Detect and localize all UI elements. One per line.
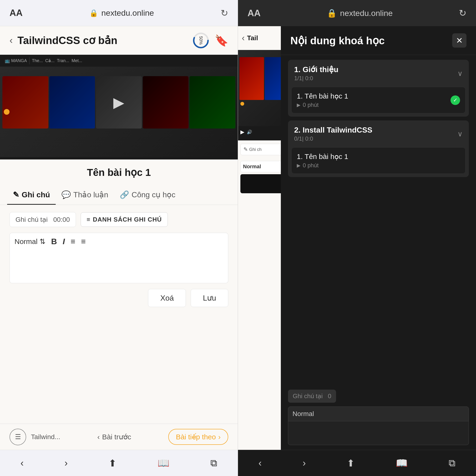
cong-cu-icon: 🔗 <box>120 190 129 199</box>
format-select[interactable]: Normal ⇅ <box>15 237 46 246</box>
note-list-label: DANH SÁCH GHI CHÚ <box>93 216 162 223</box>
ios-back-right[interactable]: ‹ <box>258 458 262 468</box>
chapter-2-meta: 0/1| 0:0 <box>294 136 458 142</box>
ordered-list-button[interactable]: ≡ <box>71 237 75 246</box>
ghi-chu-label: Ghi chú <box>22 190 50 199</box>
lesson-1-1-duration: ▶ 0 phút <box>297 102 451 108</box>
right-editor-area[interactable] <box>288 421 469 445</box>
manga-card-1 <box>2 76 48 129</box>
ios-books-left[interactable]: 📖 <box>157 458 170 469</box>
ios-tabs-right[interactable]: ⧉ <box>449 458 456 469</box>
menu-button[interactable]: ☰ <box>10 429 26 445</box>
note-section: Ghi chú tại 00:00 ≡ DANH SÁCH GHI CHÚ No… <box>0 205 238 424</box>
ios-bar-right: ‹ › ⬆ 📖 ⧉ <box>238 450 476 476</box>
lesson-2-1-duration: ▶ 0 phút <box>297 162 460 169</box>
browser-aa-left: AA <box>10 8 23 18</box>
lesson-1-1-info: 1. Tên bài học 1 ▶ 0 phút <box>297 92 451 108</box>
delete-button[interactable]: Xoá <box>148 289 186 307</box>
action-buttons: Xoá Lưu <box>10 289 228 307</box>
next-lesson-button[interactable]: Bài tiếp theo › <box>168 429 228 445</box>
browser-url-right: 🔒 nextedu.online <box>327 8 393 18</box>
bold-button[interactable]: B <box>51 237 57 246</box>
ios-back-left[interactable]: ‹ <box>20 458 24 468</box>
chapter-2-info: 2. Install TailwindCSS 0/1| 0:0 <box>294 126 458 142</box>
chapter-2: 2. Install TailwindCSS 0/1| 0:0 ∨ 1. Tên… <box>288 120 469 177</box>
ios-share-right[interactable]: ⬆ <box>347 458 355 469</box>
lesson-2-1-name: 1. Tên bài học 1 <box>297 152 460 161</box>
thao-luan-label: Thảo luận <box>73 190 108 199</box>
right-panel: AA 🔒 nextedu.online ↻ ‹ Tail <box>238 0 476 476</box>
progress-container: 50% 🔖 <box>191 31 228 50</box>
browser-bar-right: AA 🔒 nextedu.online ↻ <box>238 0 476 26</box>
video-player[interactable]: 📺 MANGA The... Cả... Tran... Met... ▶ <box>0 55 238 159</box>
refresh-icon-right[interactable]: ↻ <box>459 8 466 18</box>
ios-bar-left: ‹ › ⬆ 📖 ⧉ <box>0 450 238 476</box>
back-button-left[interactable]: ‹ <box>10 35 13 46</box>
prev-lesson-button[interactable]: ‹ Bài trước <box>65 433 164 441</box>
course-name-small: Tailwind... <box>31 433 60 441</box>
play-overlay-icon: ▶ <box>113 94 124 111</box>
lesson-1-1-name: 1. Tên bài học 1 <box>297 92 451 100</box>
lesson-title: Tên bài học 1 <box>87 167 151 178</box>
note-list-button[interactable]: ≡ DANH SÁCH GHI CHÚ <box>81 212 168 227</box>
save-button[interactable]: Lưu <box>191 289 228 307</box>
tab-thao-luan[interactable]: 💬 Thảo luận <box>56 186 114 205</box>
editor-area[interactable] <box>10 250 228 283</box>
editor-toolbar: Normal ⇅ B I ≡ ≡ <box>10 233 228 250</box>
ios-forward-left[interactable]: › <box>65 458 68 468</box>
app-header-left: ‹ TailwindCSS cơ bản 50% 🔖 <box>0 26 238 55</box>
next-arrow-icon: › <box>218 433 221 441</box>
chapter-1-header[interactable]: 1. Giới thiệu 1/1| 0:0 ∨ <box>288 60 469 87</box>
tab-ghi-chu[interactable]: ✎ Ghi chú <box>7 186 56 205</box>
bookmark-icon[interactable]: 🔖 <box>215 34 228 47</box>
note-toolbar: Ghi chú tại 00:00 ≡ DANH SÁCH GHI CHÚ <box>10 212 228 227</box>
right-format-select[interactable]: Normal <box>292 410 314 418</box>
left-panel: AA 🔒 nextedu.online ↻ ‹ TailwindCSS cơ b… <box>0 0 238 476</box>
ghi-chu-icon: ✎ <box>13 190 19 199</box>
modal-title: Nội dung khoá học <box>290 34 385 47</box>
video-top-bar: 📺 MANGA The... Cả... Tran... Met... <box>0 55 238 67</box>
completed-check-1: ✓ <box>451 95 460 105</box>
right-note-toolbar: Ghi chú tại 0 <box>288 390 469 403</box>
timestamp-value: 00:00 <box>53 216 70 223</box>
chapter-1-chevron: ∨ <box>458 69 463 78</box>
manga-card-4 <box>143 76 189 129</box>
chapter-1-meta: 1/1| 0:0 <box>294 75 458 82</box>
format-normal-label: Normal <box>15 238 38 246</box>
chapter-2-header[interactable]: 2. Install TailwindCSS 0/1| 0:0 ∨ <box>288 120 469 147</box>
italic-button[interactable]: I <box>63 237 65 246</box>
course-title-left: TailwindCSS cơ bản <box>17 34 191 46</box>
lesson-2-1[interactable]: 1. Tên bài học 1 ▶ 0 phút <box>291 147 465 174</box>
ios-share-left[interactable]: ⬆ <box>108 458 117 469</box>
lesson-title-section: Tên bài học 1 <box>0 159 238 186</box>
manga-card-5 <box>189 76 235 129</box>
browser-bar-left: AA 🔒 nextedu.online ↻ <box>0 0 238 26</box>
url-text-left[interactable]: nextedu.online <box>102 8 154 17</box>
tabs-row: ✎ Ghi chú 💬 Thảo luận 🔗 Công cụ học <box>0 186 238 205</box>
url-text-right[interactable]: nextedu.online <box>340 9 393 18</box>
right-editor-toolbar: Normal <box>288 407 469 421</box>
tab-cong-cu-hoc[interactable]: 🔗 Công cụ học <box>114 186 181 205</box>
course-content-modal: Nội dung khoá học ✕ 1. Giới thiệu 1/1| 0… <box>281 26 476 450</box>
chapter-1-info: 1. Giới thiệu 1/1| 0:0 <box>294 65 458 82</box>
timestamp-display: Ghi chú tại 00:00 <box>10 212 76 227</box>
next-label: Bài tiếp theo <box>176 433 216 441</box>
refresh-icon-left[interactable]: ↻ <box>221 8 228 18</box>
play-small-icon-2: ▶ <box>297 163 300 168</box>
ios-forward-right[interactable]: › <box>303 458 306 468</box>
progress-dot <box>4 109 10 115</box>
chapter-1-name: 1. Giới thiệu <box>294 65 458 74</box>
right-format-normal: Normal <box>292 410 314 418</box>
modal-close-button[interactable]: ✕ <box>452 33 466 48</box>
right-note-peek: Ghi chú tại 0 Normal <box>281 385 476 450</box>
lesson-2-1-info: 1. Tên bài học 1 ▶ 0 phút <box>297 152 460 169</box>
lesson-1-1[interactable]: 1. Tên bài học 1 ▶ 0 phút ✓ <box>291 87 465 113</box>
right-timestamp-label: Ghi chú tại <box>293 392 323 400</box>
modal-header: Nội dung khoá học ✕ <box>281 26 476 55</box>
ios-books-right[interactable]: 📖 <box>396 458 408 469</box>
modal-content[interactable]: 1. Giới thiệu 1/1| 0:0 ∨ 1. Tên bài học … <box>281 55 476 385</box>
bullet-list-button[interactable]: ≡ <box>81 237 86 246</box>
ios-tabs-left[interactable]: ⧉ <box>210 458 217 469</box>
play-small-icon-1: ▶ <box>297 102 300 108</box>
video-content: ▶ <box>0 67 238 157</box>
